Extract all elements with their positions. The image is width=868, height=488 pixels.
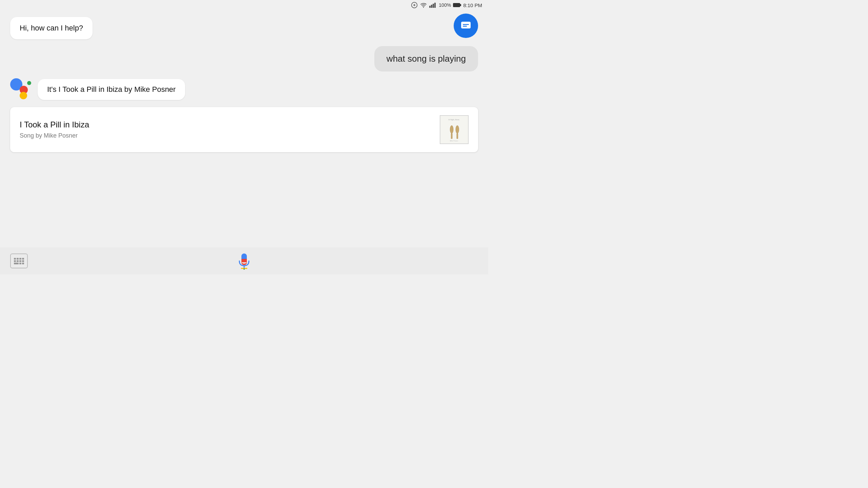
avatar-button[interactable] xyxy=(454,14,478,38)
svg-point-13 xyxy=(456,125,459,133)
keyboard-icon xyxy=(14,258,24,264)
svg-rect-21 xyxy=(241,259,247,262)
microphone-icon xyxy=(235,251,254,270)
song-card[interactable]: I Took a Pill in Ibiza Song by Mike Posn… xyxy=(10,107,478,152)
add-circle-icon xyxy=(411,2,418,8)
svg-text:Mike Posner: Mike Posner xyxy=(450,140,458,142)
assistant-response-bubble: It's I Took a Pill in Ibiza by Mike Posn… xyxy=(38,79,185,100)
svg-point-24 xyxy=(243,268,245,270)
svg-rect-12 xyxy=(451,134,452,139)
svg-rect-14 xyxy=(457,134,458,139)
dot-green xyxy=(27,81,31,85)
svg-rect-18 xyxy=(463,24,469,25)
svg-rect-19 xyxy=(463,26,467,27)
chat-container: Hi, how can I help? what song is playing… xyxy=(0,10,488,247)
song-title: I Took a Pill in Ibiza xyxy=(20,120,89,129)
svg-rect-8 xyxy=(460,4,461,6)
user-query-text: what song is playing xyxy=(387,54,466,64)
svg-rect-4 xyxy=(431,5,432,8)
assistant-response-row: It's I Took a Pill in Ibiza by Mike Posn… xyxy=(10,78,478,100)
song-info: I Took a Pill in Ibiza Song by Mike Posn… xyxy=(20,120,89,139)
svg-text:At Night, Alone.: At Night, Alone. xyxy=(448,119,460,121)
time-display: 8:10 PM xyxy=(463,2,482,8)
svg-point-11 xyxy=(450,125,453,133)
svg-rect-16 xyxy=(461,22,471,28)
keyboard-button[interactable] xyxy=(10,253,28,268)
microphone-button[interactable] xyxy=(232,249,256,273)
signal-icon xyxy=(429,2,437,8)
wifi-icon xyxy=(420,2,427,8)
google-assistant-icon xyxy=(10,78,32,100)
svg-rect-3 xyxy=(429,6,431,8)
album-art: At Night, Alone. Mike Posner xyxy=(440,115,469,144)
assistant-response-text: It's I Took a Pill in Ibiza by Mike Posn… xyxy=(47,85,176,94)
battery-percent: 100% xyxy=(439,2,451,8)
bottom-bar xyxy=(0,247,488,274)
status-bar: 100% 8:10 PM xyxy=(411,0,488,10)
user-query-bubble: what song is playing xyxy=(374,46,478,72)
assistant-greeting-text: Hi, how can I help? xyxy=(20,24,83,32)
battery-icon xyxy=(453,3,461,7)
svg-rect-5 xyxy=(433,4,434,8)
assistant-greeting-bubble: Hi, how can I help? xyxy=(10,17,93,39)
svg-rect-6 xyxy=(434,3,436,8)
dot-yellow xyxy=(20,92,27,99)
svg-rect-7 xyxy=(453,3,460,7)
song-artist: Song by Mike Posner xyxy=(20,132,89,139)
